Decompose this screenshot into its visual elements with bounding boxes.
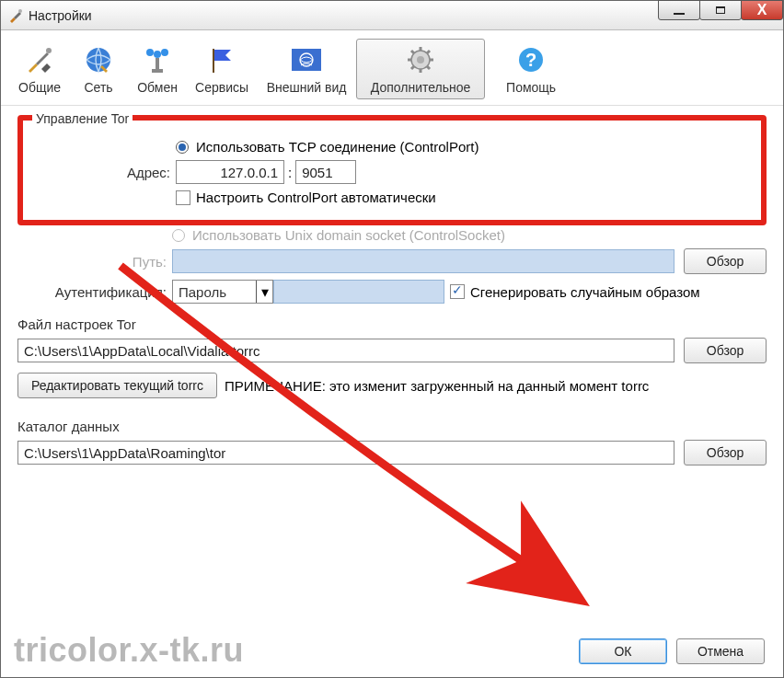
tab-services[interactable]: Сервисы [187, 39, 257, 99]
ok-button[interactable]: ОК [579, 638, 667, 664]
address-label: Адрес: [38, 165, 176, 180]
tools-icon [25, 45, 54, 75]
svg-point-0 [18, 9, 22, 13]
tab-general[interactable]: Общие [10, 39, 69, 99]
datadir-section-label: Каталог данных [17, 419, 767, 434]
address-port-input[interactable] [295, 160, 356, 184]
tab-advanced[interactable]: Дополнительное [356, 39, 485, 99]
svg-line-19 [411, 66, 414, 69]
use-tcp-radio[interactable] [176, 141, 189, 154]
tab-label: Общие [18, 80, 61, 95]
tab-label: Сервисы [195, 80, 248, 95]
watermark-text: tricolor.x-tk.ru [14, 631, 244, 670]
use-tcp-label: Использовать TCP соединение (ControlPort… [196, 139, 478, 155]
svg-point-3 [146, 49, 154, 56]
use-unix-label: Использовать Unix domain socket (Control… [192, 227, 505, 243]
highlight-box: Управление Tor Использовать TCP соединен… [17, 115, 767, 225]
svg-point-5 [154, 51, 161, 58]
share-icon [143, 45, 172, 75]
auth-select-value: Пароль [173, 284, 232, 300]
datadir-path-input[interactable] [17, 441, 674, 465]
svg-line-18 [427, 66, 430, 69]
flag-icon [207, 45, 236, 75]
svg-point-4 [161, 49, 168, 56]
socket-path-input [172, 249, 674, 273]
auth-select[interactable]: Пароль ▾ [172, 280, 273, 304]
globe-icon [84, 45, 113, 75]
window-controls: X [659, 0, 783, 20]
edit-torrc-button[interactable]: Редактировать текущий torrc [17, 373, 217, 398]
tab-label: Дополнительное [371, 80, 471, 95]
tab-label: Обмен [137, 80, 178, 95]
svg-point-12 [417, 56, 424, 63]
auto-controlport-checkbox[interactable] [176, 190, 190, 205]
torrc-path-input[interactable] [17, 339, 674, 362]
maximize-button[interactable] [699, 0, 742, 20]
app-icon [8, 8, 23, 23]
auto-controlport-label: Настроить ControlPort автоматически [196, 190, 436, 205]
settings-window: Настройки X Общие Сеть Обмен [0, 0, 784, 678]
content-area: Управление Tor Использовать TCP соединен… [1, 106, 783, 475]
chevron-down-icon: ▾ [256, 281, 272, 303]
svg-point-1 [46, 48, 52, 53]
cancel-button[interactable]: Отмена [676, 638, 765, 664]
un-flag-icon [292, 45, 321, 75]
svg-text:?: ? [525, 50, 536, 70]
tab-help[interactable]: ? Помощь [498, 39, 564, 99]
auth-password-input[interactable] [273, 280, 444, 304]
toolbar: Общие Сеть Обмен Сервисы Внешний вид [1, 30, 783, 106]
use-unix-radio [172, 229, 185, 242]
tab-appearance[interactable]: Внешний вид [257, 39, 356, 99]
torrc-browse-button[interactable]: Обзор [684, 338, 767, 363]
tab-label: Внешний вид [267, 80, 347, 95]
svg-rect-9 [292, 49, 321, 71]
gear-icon [406, 45, 435, 75]
auth-label: Аутентификация: [17, 284, 172, 300]
datadir-browse-button[interactable]: Обзор [684, 440, 767, 465]
torrc-section-label: Файл настроек Tor [17, 316, 767, 332]
svg-point-2 [86, 48, 110, 72]
tor-group-title: Управление Tor [32, 111, 133, 126]
socket-browse-button[interactable]: Обзор [684, 248, 767, 274]
auth-random-label: Сгенерировать случайным образом [470, 284, 700, 300]
address-separator: : [284, 165, 295, 180]
minimize-button[interactable] [658, 0, 700, 20]
svg-line-17 [411, 51, 414, 53]
svg-line-20 [427, 51, 430, 53]
svg-rect-8 [213, 49, 214, 73]
help-icon: ? [516, 45, 546, 75]
tab-sharing[interactable]: Обмен [128, 39, 187, 99]
address-ip-input[interactable] [176, 160, 284, 184]
window-title: Настройки [29, 8, 92, 23]
auth-random-checkbox[interactable] [450, 284, 465, 299]
titlebar: Настройки X [1, 1, 783, 30]
svg-rect-6 [156, 58, 159, 71]
torrc-note: ПРИМЕЧАНИЕ: это изменит загруженный на д… [225, 378, 649, 394]
tab-network[interactable]: Сеть [69, 39, 128, 99]
svg-rect-7 [152, 69, 163, 73]
tab-label: Помощь [506, 80, 556, 95]
tab-label: Сеть [84, 80, 112, 95]
close-button[interactable]: X [741, 0, 783, 20]
socket-path-label: Путь: [17, 254, 172, 270]
